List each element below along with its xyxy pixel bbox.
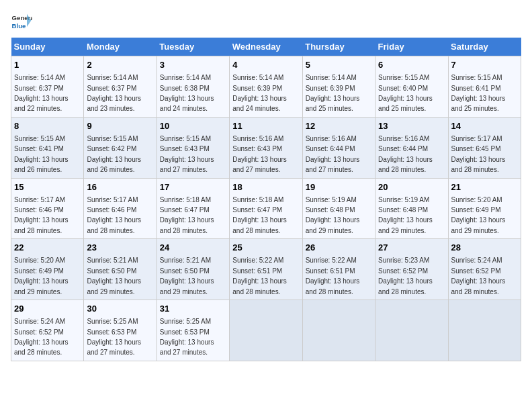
calendar-cell: 30 Sunrise: 5:25 AMSunset: 6:53 PMDaylig… [84,300,157,361]
day-info: Sunrise: 5:20 AMSunset: 6:49 PMDaylight:… [451,196,506,234]
day-info: Sunrise: 5:22 AMSunset: 6:51 PMDaylight:… [306,257,360,295]
calendar-cell: 1 Sunrise: 5:14 AMSunset: 6:37 PMDayligh… [11,56,84,118]
day-info: Sunrise: 5:25 AMSunset: 6:53 PMDaylight:… [160,318,214,356]
day-number: 25 [232,242,299,254]
day-number: 3 [160,59,226,71]
calendar-cell: 22 Sunrise: 5:20 AMSunset: 6:49 PMDaylig… [11,239,84,300]
header-saturday: Saturday [448,38,521,56]
calendar-week-2: 8 Sunrise: 5:15 AMSunset: 6:41 PMDayligh… [11,117,521,178]
calendar-cell: 18 Sunrise: 5:18 AMSunset: 6:47 PMDaylig… [230,178,302,239]
day-number: 5 [306,59,372,71]
day-number: 12 [306,120,372,132]
day-number: 30 [87,303,153,315]
day-number: 19 [306,181,372,193]
calendar-cell: 2 Sunrise: 5:14 AMSunset: 6:37 PMDayligh… [84,56,157,118]
day-number: 17 [160,181,226,193]
calendar-cell: 31 Sunrise: 5:25 AMSunset: 6:53 PMDaylig… [157,300,229,361]
calendar-cell [230,300,302,361]
day-number: 11 [232,120,299,132]
calendar-cell: 6 Sunrise: 5:15 AMSunset: 6:40 PMDayligh… [375,56,448,118]
calendar-cell [448,300,521,361]
day-info: Sunrise: 5:15 AMSunset: 6:42 PMDaylight:… [87,135,141,173]
day-number: 31 [160,303,226,315]
calendar-week-1: 1 Sunrise: 5:14 AMSunset: 6:37 PMDayligh… [11,56,521,118]
day-info: Sunrise: 5:14 AMSunset: 6:38 PMDaylight:… [160,74,214,112]
calendar-cell: 9 Sunrise: 5:15 AMSunset: 6:42 PMDayligh… [84,117,157,178]
calendar-cell: 24 Sunrise: 5:21 AMSunset: 6:50 PMDaylig… [157,239,229,300]
calendar-cell: 29 Sunrise: 5:24 AMSunset: 6:52 PMDaylig… [11,300,84,361]
calendar-cell: 13 Sunrise: 5:16 AMSunset: 6:44 PMDaylig… [375,117,448,178]
day-info: Sunrise: 5:15 AMSunset: 6:41 PMDaylight:… [14,135,69,173]
day-number: 16 [87,181,153,193]
day-number: 22 [14,242,81,254]
day-number: 23 [87,242,153,254]
calendar-cell: 17 Sunrise: 5:18 AMSunset: 6:47 PMDaylig… [157,178,229,239]
calendar-cell: 27 Sunrise: 5:23 AMSunset: 6:52 PMDaylig… [375,239,448,300]
calendar-cell: 3 Sunrise: 5:14 AMSunset: 6:38 PMDayligh… [157,56,229,118]
day-info: Sunrise: 5:16 AMSunset: 6:44 PMDaylight:… [378,135,433,173]
day-info: Sunrise: 5:19 AMSunset: 6:48 PMDaylight:… [378,196,433,234]
day-number: 15 [14,181,81,193]
day-number: 9 [87,120,153,132]
calendar-cell: 28 Sunrise: 5:24 AMSunset: 6:52 PMDaylig… [448,239,521,300]
day-number: 10 [160,120,226,132]
day-info: Sunrise: 5:18 AMSunset: 6:47 PMDaylight:… [232,196,287,234]
page-header: General Blue [11,11,521,32]
header-wednesday: Wednesday [230,38,302,56]
day-number: 18 [232,181,299,193]
day-info: Sunrise: 5:24 AMSunset: 6:52 PMDaylight:… [14,318,69,356]
calendar-cell: 7 Sunrise: 5:15 AMSunset: 6:41 PMDayligh… [448,56,521,118]
day-number: 24 [160,242,226,254]
day-info: Sunrise: 5:14 AMSunset: 6:39 PMDaylight:… [306,74,360,112]
day-info: Sunrise: 5:21 AMSunset: 6:50 PMDaylight:… [87,257,141,295]
calendar-cell: 11 Sunrise: 5:16 AMSunset: 6:43 PMDaylig… [230,117,302,178]
day-info: Sunrise: 5:16 AMSunset: 6:43 PMDaylight:… [232,135,287,173]
day-number: 28 [451,242,518,254]
calendar-cell: 19 Sunrise: 5:19 AMSunset: 6:48 PMDaylig… [302,178,375,239]
day-info: Sunrise: 5:14 AMSunset: 6:37 PMDaylight:… [14,74,69,112]
svg-text:Blue: Blue [12,22,26,30]
day-number: 29 [14,303,81,315]
day-number: 6 [378,59,445,71]
day-number: 13 [378,120,445,132]
calendar-cell: 10 Sunrise: 5:15 AMSunset: 6:43 PMDaylig… [157,117,229,178]
calendar-cell: 12 Sunrise: 5:16 AMSunset: 6:44 PMDaylig… [302,117,375,178]
logo-icon: General Blue [11,11,32,32]
day-info: Sunrise: 5:14 AMSunset: 6:39 PMDaylight:… [232,74,287,112]
day-info: Sunrise: 5:25 AMSunset: 6:53 PMDaylight:… [87,318,141,356]
calendar-cell: 23 Sunrise: 5:21 AMSunset: 6:50 PMDaylig… [84,239,157,300]
day-info: Sunrise: 5:22 AMSunset: 6:51 PMDaylight:… [232,257,287,295]
day-info: Sunrise: 5:20 AMSunset: 6:49 PMDaylight:… [14,257,69,295]
day-info: Sunrise: 5:19 AMSunset: 6:48 PMDaylight:… [306,196,360,234]
calendar-cell [302,300,375,361]
day-info: Sunrise: 5:16 AMSunset: 6:44 PMDaylight:… [306,135,360,173]
calendar-cell: 16 Sunrise: 5:17 AMSunset: 6:46 PMDaylig… [84,178,157,239]
day-number: 1 [14,59,81,71]
day-number: 8 [14,120,81,132]
header-sunday: Sunday [11,38,84,56]
calendar-cell: 5 Sunrise: 5:14 AMSunset: 6:39 PMDayligh… [302,56,375,118]
header-friday: Friday [375,38,448,56]
day-number: 14 [451,120,518,132]
calendar-header-row: SundayMondayTuesdayWednesdayThursdayFrid… [11,38,521,56]
day-number: 7 [451,59,518,71]
calendar-cell: 8 Sunrise: 5:15 AMSunset: 6:41 PMDayligh… [11,117,84,178]
day-info: Sunrise: 5:17 AMSunset: 6:46 PMDaylight:… [14,196,69,234]
calendar-cell: 26 Sunrise: 5:22 AMSunset: 6:51 PMDaylig… [302,239,375,300]
calendar-cell [375,300,448,361]
header-thursday: Thursday [302,38,375,56]
calendar-week-5: 29 Sunrise: 5:24 AMSunset: 6:52 PMDaylig… [11,300,521,361]
header-monday: Monday [84,38,157,56]
day-info: Sunrise: 5:23 AMSunset: 6:52 PMDaylight:… [378,257,433,295]
day-number: 20 [378,181,445,193]
header-tuesday: Tuesday [157,38,229,56]
day-number: 27 [378,242,445,254]
day-number: 21 [451,181,518,193]
calendar-table: SundayMondayTuesdayWednesdayThursdayFrid… [11,38,521,361]
calendar-cell: 25 Sunrise: 5:22 AMSunset: 6:51 PMDaylig… [230,239,302,300]
day-info: Sunrise: 5:17 AMSunset: 6:45 PMDaylight:… [451,135,506,173]
logo: General Blue [11,11,35,32]
day-info: Sunrise: 5:15 AMSunset: 6:43 PMDaylight:… [160,135,214,173]
day-info: Sunrise: 5:14 AMSunset: 6:37 PMDaylight:… [87,74,141,112]
calendar-week-3: 15 Sunrise: 5:17 AMSunset: 6:46 PMDaylig… [11,178,521,239]
